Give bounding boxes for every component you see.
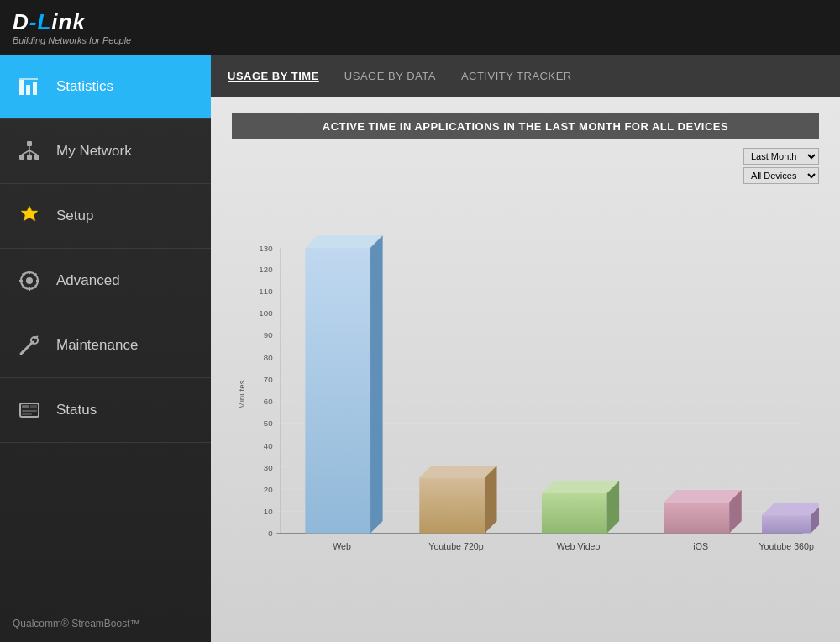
svg-text:30: 30	[264, 463, 273, 472]
tab-bar: USAGE BY TIME USAGE BY DATA ACTIVITY TRA…	[211, 55, 840, 97]
statistics-icon	[13, 70, 46, 103]
maintenance-icon	[13, 329, 46, 362]
svg-text:Web Video: Web Video	[557, 541, 601, 551]
svg-marker-67	[419, 466, 496, 478]
svg-marker-11	[21, 206, 38, 221]
sidebar-advanced-label: Advanced	[56, 272, 120, 289]
status-icon	[13, 393, 46, 427]
chart-container: Minutes 0 10 20 30 40 50 60	[232, 188, 819, 625]
header: D-Link Building Networks for People	[0, 0, 840, 55]
sidebar-footer: Qualcomm® StreamBoost™	[0, 605, 211, 642]
svg-rect-27	[22, 405, 29, 408]
device-filter-dropdown[interactable]: All Devices	[743, 167, 819, 184]
sidebar-item-setup[interactable]: Setup	[0, 184, 211, 249]
svg-text:60: 60	[264, 397, 273, 406]
svg-line-24	[21, 350, 24, 354]
logo-text: D-Link	[13, 9, 131, 35]
sidebar-item-statistics[interactable]: Statistics	[0, 55, 211, 119]
svg-rect-7	[34, 155, 39, 160]
svg-text:90: 90	[264, 330, 273, 339]
sidebar-item-status[interactable]: Status	[0, 378, 211, 443]
dlink-logo: D-Link Building Networks for People	[13, 9, 131, 45]
sidebar-statistics-label: Statistics	[56, 78, 113, 95]
svg-rect-29	[22, 413, 32, 415]
svg-point-13	[26, 277, 33, 284]
svg-rect-2	[33, 82, 37, 95]
chart-title: ACTIVE TIME IN APPLICATIONS IN THE LAST …	[232, 113, 819, 139]
svg-marker-71	[542, 481, 619, 493]
tab-usage-by-data[interactable]: USAGE BY DATA	[344, 66, 436, 87]
svg-rect-30	[30, 405, 37, 408]
time-filter-dropdown[interactable]: Last Month Last Week Today	[743, 148, 819, 165]
content-area: USAGE BY TIME USAGE BY DATA ACTIVITY TRA…	[211, 55, 840, 642]
svg-text:Youtube 360p: Youtube 360p	[759, 541, 813, 551]
svg-marker-64	[370, 235, 383, 533]
svg-line-9	[22, 150, 29, 155]
sidebar-mynetwork-label: My Network	[56, 143, 132, 160]
svg-marker-79	[762, 503, 819, 516]
svg-text:130: 130	[259, 244, 273, 253]
svg-text:40: 40	[264, 441, 273, 450]
svg-line-10	[29, 150, 37, 155]
sidebar-item-maintenance[interactable]: Maintenance	[0, 313, 211, 378]
svg-rect-4	[27, 141, 32, 146]
svg-text:100: 100	[259, 308, 273, 318]
svg-text:50: 50	[264, 418, 273, 428]
svg-rect-74	[664, 503, 730, 534]
svg-text:120: 120	[259, 265, 273, 274]
svg-text:Minutes: Minutes	[237, 380, 246, 408]
chart-area: ACTIVE TIME IN APPLICATIONS IN THE LAST …	[211, 97, 840, 642]
sidebar-item-advanced[interactable]: Advanced	[0, 249, 211, 313]
svg-rect-6	[27, 155, 32, 160]
svg-rect-78	[762, 515, 811, 533]
sidebar: Statistics My Network	[0, 55, 211, 642]
setup-icon	[13, 199, 46, 233]
svg-rect-28	[22, 410, 37, 412]
main-layout: Statistics My Network	[0, 55, 840, 642]
my-network-icon	[13, 134, 46, 168]
tab-activity-tracker[interactable]: ACTIVITY TRACKER	[461, 66, 572, 87]
logo-subtitle: Building Networks for People	[13, 35, 131, 45]
sidebar-maintenance-label: Maintenance	[56, 337, 138, 354]
svg-text:0: 0	[268, 529, 273, 538]
advanced-icon	[13, 264, 46, 297]
svg-rect-5	[19, 155, 24, 160]
bar-chart: Minutes 0 10 20 30 40 50 60	[232, 188, 819, 625]
svg-marker-75	[664, 490, 742, 503]
svg-text:110: 110	[259, 287, 273, 296]
svg-rect-62	[305, 248, 370, 534]
svg-rect-1	[26, 85, 30, 95]
svg-text:80: 80	[264, 353, 273, 362]
tab-usage-by-time[interactable]: USAGE BY TIME	[228, 66, 319, 87]
chart-controls: Last Month Last Week Today All Devices	[232, 148, 819, 184]
svg-text:iOS: iOS	[693, 541, 708, 551]
svg-text:20: 20	[264, 485, 273, 494]
sidebar-status-label: Status	[56, 402, 97, 418]
svg-text:Youtube 720p: Youtube 720p	[428, 541, 483, 551]
svg-rect-0	[19, 80, 24, 95]
svg-text:70: 70	[264, 375, 273, 384]
sidebar-setup-label: Setup	[56, 208, 93, 224]
svg-rect-70	[542, 493, 607, 534]
svg-text:10: 10	[264, 507, 273, 516]
svg-marker-63	[305, 235, 382, 248]
svg-rect-3	[19, 78, 38, 80]
svg-text:Web: Web	[333, 541, 351, 551]
sidebar-item-my-network[interactable]: My Network	[0, 119, 211, 184]
svg-rect-66	[419, 477, 485, 533]
